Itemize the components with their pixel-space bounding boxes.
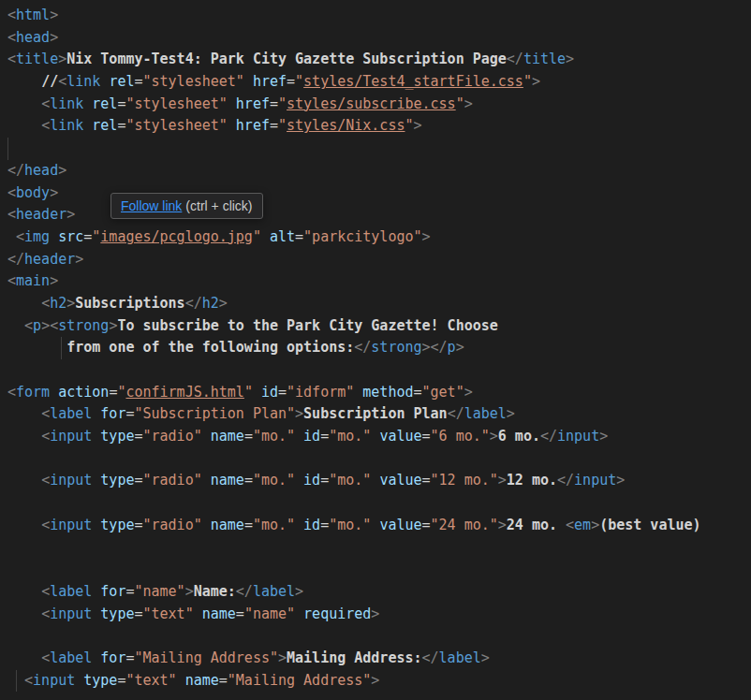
- tag-token: input: [50, 472, 92, 489]
- tag-token: main: [16, 272, 50, 289]
- operator-token: =: [244, 517, 253, 533]
- tag-token: label: [253, 583, 295, 600]
- punctuation-token: >: [185, 583, 194, 600]
- punctuation-token: </: [540, 428, 557, 445]
- attribute-token: for: [100, 405, 125, 422]
- punctuation-token: >: [41, 317, 50, 334]
- punctuation-token: <: [41, 605, 50, 622]
- code-line: <input type="text" name="Mailing Address…: [0, 670, 751, 693]
- punctuation-token: >: [532, 73, 540, 90]
- whitespace-token: [83, 117, 92, 134]
- code-line: [0, 448, 751, 471]
- punctuation-token: <: [24, 317, 33, 334]
- whitespace-token: [261, 228, 270, 245]
- punctuation-token: <: [16, 228, 24, 245]
- whitespace-token: [92, 517, 100, 533]
- code-line: <main>: [0, 270, 751, 293]
- link-token[interactable]: styles/subscribe.css: [287, 95, 456, 112]
- attribute-token: type: [100, 517, 134, 533]
- attribute-token: id: [303, 428, 320, 445]
- indent-guide: [61, 337, 62, 359]
- punctuation-token: >: [295, 583, 303, 600]
- whitespace-token: [7, 317, 24, 334]
- punctuation-token: >: [278, 649, 287, 666]
- code-line: [0, 492, 751, 515]
- string-token: "radio": [143, 517, 202, 533]
- tag-token: strong: [58, 317, 109, 334]
- tag-token: header: [16, 206, 66, 223]
- tag-token: input: [50, 428, 92, 445]
- attribute-token: rel: [92, 117, 117, 134]
- link-token[interactable]: styles/Nix.css: [287, 117, 405, 134]
- string-token: "parkcitylogo": [303, 228, 421, 245]
- link-token[interactable]: confirmJS.html: [125, 384, 243, 401]
- code-line: <html>: [0, 5, 751, 27]
- operator-token: =: [244, 428, 253, 445]
- code-line: [0, 537, 751, 560]
- whitespace-token: [92, 428, 100, 445]
- whitespace-token: [75, 672, 83, 689]
- operator-token: =: [219, 672, 228, 689]
- operator-token: =: [134, 517, 142, 533]
- string-token: ": [92, 228, 100, 245]
- attribute-token: name: [211, 472, 244, 489]
- punctuation-token: <: [41, 517, 50, 533]
- tag-token: title: [16, 51, 58, 67]
- tag-token: input: [50, 605, 92, 622]
- attribute-token: src: [58, 228, 83, 245]
- tag-token: label: [50, 649, 92, 666]
- punctuation-token: >: [50, 7, 58, 23]
- whitespace-token: [7, 228, 16, 245]
- whitespace-token: [7, 428, 41, 445]
- attribute-token: type: [83, 672, 117, 689]
- punctuation-token: <: [41, 583, 50, 600]
- attribute-token: type: [100, 472, 134, 489]
- punctuation-token: <: [41, 295, 50, 312]
- punctuation-token: >: [422, 339, 431, 356]
- code-editor[interactable]: <html><head><title>Nix Tommy-Test4: Park…: [0, 0, 751, 700]
- punctuation-token: <: [7, 51, 16, 67]
- punctuation-token: <: [41, 117, 50, 134]
- punctuation-token: </: [7, 251, 24, 268]
- link-token[interactable]: images/pcglogo.jpg: [100, 228, 253, 245]
- punctuation-token: <: [41, 405, 50, 422]
- string-token: ": [244, 384, 253, 401]
- punctuation-token: <: [7, 184, 16, 201]
- string-token: "24 mo.": [431, 517, 498, 533]
- punctuation-token: <: [50, 317, 58, 334]
- operator-token: =: [134, 428, 142, 445]
- punctuation-token: >: [50, 272, 58, 289]
- string-token: "text": [143, 605, 194, 622]
- whitespace-token: [7, 472, 41, 489]
- tag-token: link: [50, 95, 83, 112]
- punctuation-token: >: [50, 184, 58, 201]
- punctuation-token: >: [599, 428, 608, 445]
- punctuation-token: >: [464, 95, 473, 112]
- code-line: <input type="radio" name="mo." id="mo." …: [0, 515, 751, 537]
- operator-token: =: [422, 428, 431, 445]
- code-line: <input type="radio" name="mo." id="mo." …: [0, 470, 751, 492]
- string-token: "get": [422, 384, 464, 401]
- whitespace-token: [202, 472, 211, 489]
- string-token: "name": [244, 605, 295, 622]
- punctuation-token: <: [7, 29, 16, 46]
- string-token: ": [405, 117, 413, 134]
- operator-token: =: [134, 605, 142, 622]
- tag-token: head: [24, 162, 58, 179]
- code-line: <input type="radio" name="mo." id="mo." …: [0, 426, 751, 448]
- punctuation-token: <: [24, 672, 33, 689]
- operator-token: =: [320, 517, 329, 533]
- whitespace-token: [194, 605, 202, 622]
- text-token: Nix Tommy-Test4: Park City Gazette Subsc…: [66, 51, 507, 67]
- link-token[interactable]: styles/Test4_startFile.css: [303, 73, 523, 90]
- whitespace-token: [7, 583, 41, 600]
- operator-token: =: [270, 95, 278, 112]
- string-token: "radio": [143, 472, 202, 489]
- string-token: "Mailing Address": [134, 649, 278, 666]
- operator-token: =: [422, 472, 431, 489]
- tag-token: form: [16, 384, 50, 401]
- punctuation-token: >: [481, 649, 490, 666]
- punctuation-token: </: [422, 649, 439, 666]
- follow-link[interactable]: Follow link: [121, 198, 182, 213]
- attribute-token: name: [211, 428, 244, 445]
